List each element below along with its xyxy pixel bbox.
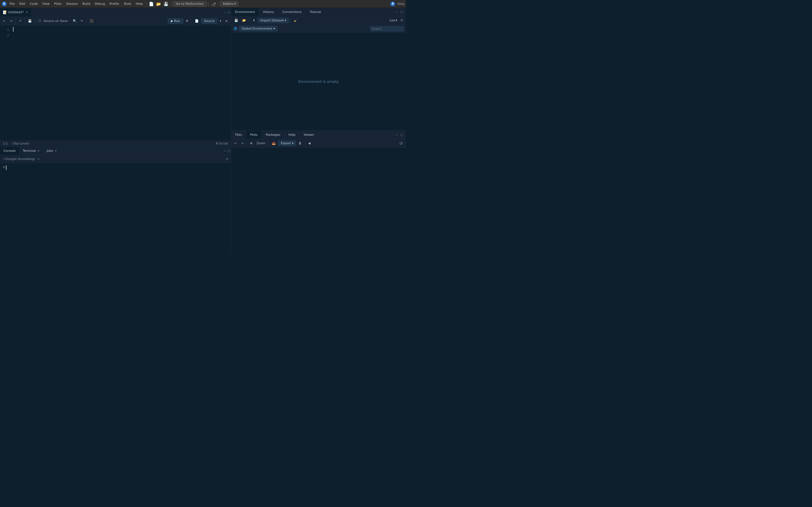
export-icon-btn[interactable]: 📤 [270, 141, 277, 146]
env-refresh-btn[interactable]: ↺ [399, 18, 404, 23]
menu-sep-2 [171, 2, 171, 6]
edit-console-icon[interactable]: ✏ [226, 157, 229, 161]
more-btn[interactable]: ≡ [224, 18, 229, 23]
plots-forward-btn[interactable]: → [239, 141, 245, 146]
console-maximize-btn[interactable]: □ [227, 149, 231, 153]
source-button[interactable]: Source [201, 18, 217, 24]
console-path-label: ~/Google Drive/blog/ [2, 157, 35, 161]
menu-build[interactable]: Build [81, 1, 92, 6]
branch-icon[interactable]: ⎇ [210, 1, 216, 7]
file-icon-btn[interactable]: 📄 [193, 18, 200, 23]
menu-bar: R File Edit Code View Plots Session Buil… [0, 0, 406, 8]
file-icon: 📝 [3, 10, 7, 14]
run-options-btn[interactable]: ⚙ [185, 18, 190, 23]
cursor-position: 1:1 [3, 142, 8, 145]
env-save-btn[interactable]: 💾 [233, 18, 240, 23]
plots-tab-viewer[interactable]: Viewer [300, 131, 318, 139]
r-logo-right: R [390, 1, 395, 6]
menu-session[interactable]: Session [64, 1, 80, 6]
plots-sep-2 [268, 141, 269, 146]
console-minimize-btn[interactable]: — [223, 149, 227, 153]
environment-pane: Environment History Connections Tutorial… [231, 8, 406, 131]
plots-back-btn[interactable]: ← [233, 141, 238, 146]
plots-tab-packages[interactable]: Packages [262, 131, 285, 139]
plots-tab-help[interactable]: Help [285, 131, 300, 139]
plots-minimize-btn[interactable]: — [395, 133, 399, 137]
zoom-button[interactable]: Zoom [255, 141, 267, 146]
new-file-icon[interactable]: 📄 [148, 1, 154, 7]
plots-tab-files[interactable]: Files [231, 131, 246, 139]
stop-btn[interactable]: ⬛ [88, 18, 95, 23]
main-layout: 📝 Untitled1* ✕ — □ ← → ↗ 💾 ☐ Source on S… [0, 8, 406, 253]
console-tab-jobs[interactable]: Jobs ✕ [43, 147, 61, 155]
menu-debug[interactable]: Debug [93, 1, 107, 6]
console-tab-console[interactable]: Console [0, 147, 19, 155]
connections-tab-label: Connections [282, 10, 301, 14]
right-panel: Environment History Connections Tutorial… [231, 8, 406, 253]
export-button[interactable]: Export ▾ [278, 140, 296, 146]
save-icon[interactable]: 💾 [163, 1, 169, 7]
run-icon: ▶ [171, 19, 173, 23]
menu-help[interactable]: Help [134, 1, 145, 6]
plots-sep-3 [305, 141, 305, 146]
source-options-btn[interactable]: ▾ [218, 18, 223, 23]
env-tab-history[interactable]: History [259, 8, 278, 16]
history-tab-label: History [263, 10, 274, 14]
prompt-symbol: > [3, 165, 5, 170]
menu-plots[interactable]: Plots [52, 1, 63, 6]
addins-button[interactable]: Addins ▾ [220, 1, 238, 6]
plots-maximize-btn[interactable]: □ [400, 133, 404, 137]
source-label: Source [204, 19, 214, 23]
zoom-icon-btn[interactable]: ⊕ [248, 141, 254, 146]
env-tab-bar: Environment History Connections Tutorial… [231, 8, 406, 16]
env-minimize-btn[interactable]: — [395, 10, 399, 14]
editor-content[interactable]: 1 2 [0, 25, 231, 140]
line-number-1: 1 [0, 27, 9, 33]
menu-file[interactable]: File [8, 1, 16, 6]
show-in-new-btn[interactable]: ↗ [17, 18, 22, 23]
jobs-close[interactable]: ✕ [54, 149, 57, 152]
back-btn[interactable]: ← [2, 18, 7, 23]
menu-profile[interactable]: Profile [108, 1, 121, 6]
menu-edit[interactable]: Edit [17, 1, 27, 6]
editor-text-area[interactable] [11, 25, 231, 140]
editor-toolbar: ← → ↗ 💾 ☐ Source on Save 🔍 ✏ ⬛ ▶ Run [0, 17, 231, 25]
source-on-save-check[interactable]: ☐ [37, 18, 43, 23]
list-dropdown[interactable]: List ▾ [390, 18, 397, 22]
editor-minimize-btn[interactable]: — [223, 10, 227, 14]
script-type: R Script [216, 142, 228, 145]
save-btn[interactable]: 💾 [27, 18, 33, 23]
left-panel: 📝 Untitled1* ✕ — □ ← → ↗ 💾 ☐ Source on S… [0, 8, 231, 253]
env-tab-tutorial[interactable]: Tutorial [306, 8, 325, 16]
forward-btn[interactable]: → [8, 18, 13, 23]
editor-tab-untitled1[interactable]: 📝 Untitled1* ✕ [0, 8, 32, 17]
open-file-icon[interactable]: 📂 [156, 1, 162, 7]
plots-left-arrow[interactable]: ◀ [307, 141, 312, 146]
menu-tools[interactable]: Tools [122, 1, 133, 6]
global-env-button[interactable]: Global Environment ▾ [239, 26, 277, 31]
env-tab-environment[interactable]: Environment [231, 8, 259, 16]
search-btn[interactable]: 🔍 [71, 18, 78, 23]
editor-tab-close[interactable]: ✕ [25, 10, 29, 14]
go-to-button[interactable]: Go to file/function [173, 1, 207, 6]
env-clear-btn[interactable]: 🧹 [292, 18, 299, 23]
menu-code[interactable]: Code [28, 1, 40, 6]
menu-view[interactable]: View [41, 1, 51, 6]
plots-tab-plots[interactable]: Plots [246, 131, 262, 139]
console-content[interactable]: > [0, 163, 231, 253]
editor-maximize-btn[interactable]: □ [227, 10, 231, 14]
env-maximize-btn[interactable]: □ [400, 10, 404, 14]
globe-icon: 🌐 [234, 27, 238, 31]
env-import-icon[interactable]: ⬇ [251, 18, 257, 23]
console-tab-terminal[interactable]: Terminal ✕ [19, 147, 43, 155]
plots-content [231, 148, 406, 253]
spell-btn[interactable]: ✏ [79, 18, 85, 23]
plots-delete-btn[interactable]: 🗑 [297, 141, 303, 146]
run-button[interactable]: ▶ Run [168, 18, 183, 24]
import-dataset-button[interactable]: Import Dataset ▾ [258, 18, 289, 23]
env-open-btn[interactable]: 📂 [241, 18, 248, 23]
plots-refresh-btn[interactable]: ↺ [398, 140, 404, 146]
env-search-input[interactable] [370, 26, 404, 31]
terminal-close[interactable]: ✕ [37, 149, 40, 152]
env-tab-connections[interactable]: Connections [278, 8, 306, 16]
